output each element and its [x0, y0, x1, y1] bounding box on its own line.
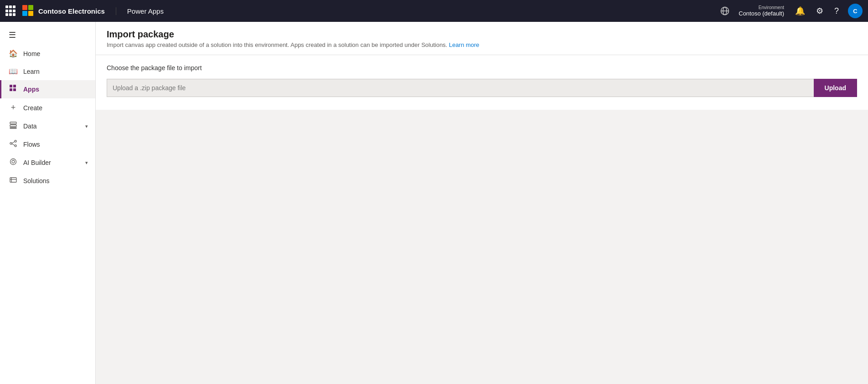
- brand-logo-icon: [22, 5, 35, 17]
- sidebar: ☰ 🏠 Home 📖 Learn Apps + Create: [0, 22, 96, 384]
- sidebar-item-data-label: Data: [23, 123, 80, 130]
- page-subtitle: Import canvas app created outside of a s…: [107, 41, 857, 48]
- topbar: Contoso Electronics Power Apps Environme…: [0, 0, 868, 22]
- flows-icon: [9, 140, 18, 149]
- sidebar-item-solutions-label: Solutions: [23, 177, 88, 184]
- env-info: Environment Contoso (default): [739, 5, 784, 17]
- svg-rect-0: [22, 5, 27, 10]
- sidebar-toggle-button[interactable]: ☰: [0, 26, 95, 45]
- upload-row: Upload: [107, 79, 857, 97]
- svg-rect-8: [13, 85, 16, 87]
- package-file-input[interactable]: [107, 79, 814, 97]
- svg-rect-21: [10, 178, 16, 182]
- sidebar-item-create-label: Create: [23, 104, 88, 112]
- upload-button[interactable]: Upload: [814, 79, 857, 97]
- sidebar-item-solutions[interactable]: Solutions: [0, 172, 95, 190]
- sidebar-item-home-label: Home: [23, 50, 88, 57]
- sidebar-item-create[interactable]: + Create: [0, 98, 95, 117]
- svg-point-16: [15, 145, 16, 147]
- sidebar-item-apps-label: Apps: [23, 86, 88, 93]
- import-body: Choose the package file to import Upload: [96, 55, 868, 384]
- brand-name: Contoso Electronics: [38, 7, 105, 15]
- globe-icon: [720, 6, 729, 15]
- sidebar-item-learn-label: Learn: [23, 68, 88, 75]
- sidebar-item-data[interactable]: Data ▾: [0, 117, 95, 135]
- svg-rect-11: [10, 122, 16, 124]
- svg-rect-7: [10, 85, 12, 87]
- page-title: Import package: [107, 29, 857, 40]
- upload-section-title: Choose the package file to import: [107, 64, 857, 72]
- waffle-icon[interactable]: [5, 5, 16, 16]
- sidebar-item-flows[interactable]: Flows: [0, 135, 95, 154]
- sidebar-item-apps[interactable]: Apps: [0, 80, 95, 98]
- help-button[interactable]: ?: [832, 5, 841, 18]
- learn-more-link[interactable]: Learn more: [449, 41, 479, 48]
- svg-line-18: [12, 144, 15, 146]
- settings-button[interactable]: ⚙: [814, 4, 825, 18]
- brand: Contoso Electronics: [22, 5, 105, 17]
- sidebar-item-learn[interactable]: 📖 Learn: [0, 62, 95, 80]
- learn-icon: 📖: [9, 67, 18, 76]
- sidebar-item-ai-builder[interactable]: AI Builder ▾: [0, 154, 95, 172]
- svg-rect-9: [10, 88, 12, 91]
- svg-rect-13: [10, 128, 16, 128]
- svg-point-14: [10, 143, 12, 144]
- content-area: Import package Import canvas app created…: [96, 22, 868, 384]
- topbar-right: Environment Contoso (default) 🔔 ⚙ ? C: [720, 4, 863, 18]
- page-header: Import package Import canvas app created…: [96, 22, 868, 55]
- svg-rect-2: [22, 11, 27, 16]
- create-icon: +: [9, 103, 18, 113]
- svg-rect-12: [10, 125, 16, 127]
- apps-icon: [9, 85, 18, 94]
- data-icon: [9, 122, 18, 131]
- sidebar-item-home[interactable]: 🏠 Home: [0, 45, 95, 62]
- environment-block: [720, 6, 731, 15]
- env-label: Environment: [759, 5, 784, 10]
- svg-rect-3: [28, 11, 33, 16]
- svg-rect-10: [13, 88, 16, 91]
- svg-point-15: [15, 140, 16, 142]
- avatar[interactable]: C: [848, 4, 863, 18]
- sidebar-item-ai-builder-label: AI Builder: [23, 159, 80, 166]
- ai-builder-chevron-icon: ▾: [85, 160, 88, 166]
- solutions-icon: [9, 176, 18, 185]
- svg-rect-1: [28, 5, 33, 10]
- upload-section: Choose the package file to import Upload: [96, 55, 868, 110]
- notifications-button[interactable]: 🔔: [793, 4, 807, 18]
- svg-point-20: [10, 159, 16, 165]
- svg-line-17: [12, 142, 15, 143]
- home-icon: 🏠: [9, 49, 18, 58]
- ai-builder-icon: [9, 158, 18, 167]
- sidebar-item-flows-label: Flows: [23, 141, 88, 148]
- app-title: Power Apps: [116, 7, 164, 15]
- svg-point-19: [12, 160, 15, 163]
- data-chevron-icon: ▾: [85, 123, 88, 129]
- env-name: Contoso (default): [739, 10, 784, 17]
- hamburger-icon: ☰: [9, 30, 16, 40]
